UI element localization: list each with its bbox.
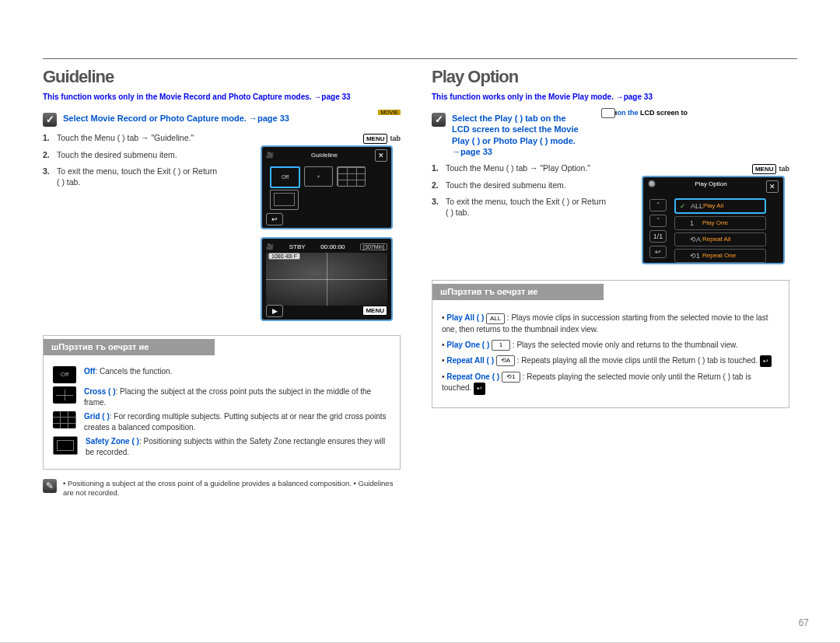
screenshot-playoption-menu: 🔘 Play Option ✕ ˄ ˅ 1/1 ↩ ✓ALLPlay All bbox=[642, 176, 785, 264]
shot1-title: Guideline bbox=[311, 152, 338, 159]
shotR-title: Play Option bbox=[695, 180, 726, 193]
up-arrow-icon[interactable]: ˄ bbox=[649, 199, 667, 211]
step-3-left: To exit the menu, touch the Exit ( ) or … bbox=[57, 166, 222, 187]
movie-badge: MOVIE bbox=[378, 110, 401, 115]
heading-guideline: Guideline bbox=[43, 67, 401, 87]
left-body: 1.Touch the Menu ( ) tab → "Guideline." … bbox=[43, 133, 401, 329]
thumb-off-icon: Off bbox=[53, 366, 76, 383]
thumb-cross-icon bbox=[53, 386, 76, 404]
opt-cross[interactable]: ＋ bbox=[304, 166, 333, 187]
cam-icon: 🎥 bbox=[266, 243, 274, 250]
precheck-text-right: Select the Play ( ) tab on the LCD scree… bbox=[452, 113, 584, 157]
opt-play-one[interactable]: 1Play One bbox=[674, 216, 766, 230]
heading-playoption: Play Option bbox=[432, 67, 789, 87]
items-heading-right: шПзрзтив тъ оечрзт ие bbox=[432, 284, 604, 300]
close-icon[interactable]: ✕ bbox=[375, 149, 387, 162]
remaining-label: [307Min] bbox=[360, 243, 387, 250]
screenshot-record-preview: 🎥 STBY 00:00:00 [307Min] 1080 40i F ▶ ME… bbox=[261, 237, 393, 321]
menu-icon[interactable]: MENU bbox=[362, 306, 387, 316]
screenshot-guideline-menu: 🎥 Guideline ✕ Off ＋ bbox=[261, 145, 393, 229]
check-icon: ✓ bbox=[43, 113, 57, 127]
opt-off[interactable]: Off bbox=[270, 166, 300, 188]
play-all-icon: ALL bbox=[486, 313, 505, 324]
thumb-safe-icon bbox=[53, 436, 78, 455]
right-screenshots: MENU tab 🔘 Play Option ✕ ˄ ˅ 1/1 bbox=[642, 163, 789, 264]
return-icon[interactable]: ↩ bbox=[649, 246, 667, 258]
menu-tab-label: MENU bbox=[752, 164, 777, 174]
manual-page: Guideline This function works only in th… bbox=[0, 0, 840, 643]
down-arrow-icon[interactable]: ˅ bbox=[649, 215, 667, 227]
item-grid: Grid ( ): For recording multiple subject… bbox=[53, 411, 390, 433]
precheck-row-left: ✓ Select Movie Record or Photo Capture m… bbox=[43, 113, 354, 127]
item-cross: Cross ( ): Placing the subject at the cr… bbox=[53, 386, 390, 408]
right-intro: This function works only in the Movie Pl… bbox=[432, 92, 789, 102]
guideline-footnote: ✎ • Positioning a subject at the cross p… bbox=[43, 479, 401, 498]
page-number: 67 bbox=[799, 617, 809, 628]
return-key-icon: ↩ bbox=[474, 383, 485, 394]
return-key-icon: ↩ bbox=[760, 355, 772, 367]
items-heading-left: шПзрзтив тъ оечрзт ие bbox=[44, 339, 215, 355]
return-icon[interactable]: ↩ bbox=[266, 213, 283, 225]
left-intro: This function works only in the Movie Re… bbox=[43, 92, 401, 102]
item-play-all: • Play All ( ) ALL : Plays movie clips i… bbox=[442, 313, 779, 334]
time-label: 00:00:00 bbox=[320, 243, 345, 250]
left-steps: 1.Touch the Menu ( ) tab → "Guideline." … bbox=[43, 133, 253, 329]
play-mode-icon[interactable]: ▶ bbox=[266, 305, 283, 317]
preview-area bbox=[266, 253, 387, 306]
item-repeat-one: • Repeat One ( ) ⟲1 : Repeats playing th… bbox=[442, 372, 779, 395]
play-one-icon: 1 bbox=[492, 340, 510, 351]
right-body: 1.Touch the Menu ( ) tab → "Play Option.… bbox=[432, 163, 789, 264]
precheck-text-left: Select Movie Record or Photo Capture mod… bbox=[63, 113, 289, 124]
precheck-row-right: ✓ Select the Play ( ) tab on the LCD scr… bbox=[432, 113, 587, 157]
stby-label: STBY bbox=[289, 243, 306, 250]
opt-repeat-one[interactable]: ⟲1Repeat One bbox=[674, 249, 766, 263]
repeat-all-icon: ⟲A bbox=[496, 355, 515, 366]
lcd-icon bbox=[601, 108, 615, 118]
step-2-left: Touch the desired submenu item. bbox=[57, 150, 222, 161]
opt-repeat-all[interactable]: ⟲ARepeat All bbox=[674, 232, 766, 246]
step-3-right: To exit the menu, touch the Exit ( ) or … bbox=[446, 197, 611, 218]
opt-grid[interactable] bbox=[337, 166, 366, 187]
right-steps: 1.Touch the Menu ( ) tab → "Play Option.… bbox=[432, 163, 634, 264]
playoption-items-box: шПзрзтив тъ оечрзт ие • Play All ( ) ALL… bbox=[432, 280, 789, 408]
close-icon[interactable]: ✕ bbox=[766, 180, 779, 193]
step-1-right: Touch the Menu ( ) tab → "Play Option." bbox=[446, 163, 611, 174]
opt-safe[interactable] bbox=[270, 190, 299, 210]
col-left: Guideline This function works only in th… bbox=[43, 67, 401, 498]
left-screenshots: MENU tab 🎥 Guideline ✕ Off ＋ bbox=[261, 133, 401, 329]
opt-play-all[interactable]: ✓ALLPlay All bbox=[674, 198, 766, 214]
cam-icon: 🎥 bbox=[266, 152, 274, 159]
item-repeat-all: • Repeat All ( ) ⟲A : Repeats playing al… bbox=[442, 355, 779, 367]
repeat-one-icon: ⟲1 bbox=[502, 372, 520, 383]
step-2-right: Touch the desired submenu item. bbox=[446, 180, 611, 191]
guideline-items-box: шПзрзтив тъ оечрзт ие Off Off: Cancels t… bbox=[43, 335, 401, 470]
top-rule bbox=[43, 58, 797, 59]
menu-tab-label: MENU bbox=[363, 134, 388, 144]
check-icon: ✓ bbox=[432, 113, 446, 127]
note-icon: ✎ bbox=[43, 479, 57, 493]
page-indicator: 1/1 bbox=[649, 230, 667, 243]
thumb-grid-icon bbox=[53, 411, 76, 428]
res-badge: 1080 40i F bbox=[268, 253, 300, 260]
item-off: Off Off: Cancels the function. bbox=[53, 366, 390, 383]
col-right: Play Option This function works only in … bbox=[432, 67, 789, 498]
item-safe: Safety Zone ( ): Positioning subjects wi… bbox=[53, 436, 390, 458]
play-icon: 🔘 bbox=[648, 180, 656, 193]
item-play-one: • Play One ( ) 1 : Plays the selected mo… bbox=[442, 340, 779, 351]
step-1-left: Touch the Menu ( ) tab → "Guideline." bbox=[57, 133, 222, 144]
two-columns: Guideline This function works only in th… bbox=[43, 67, 797, 498]
